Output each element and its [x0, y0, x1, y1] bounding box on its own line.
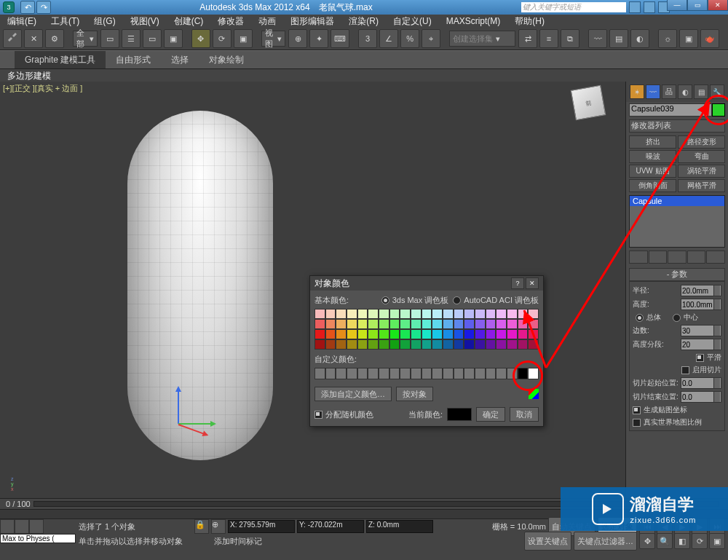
palette-cell[interactable]: [432, 309, 443, 319]
palette-cell[interactable]: [347, 339, 357, 350]
stack-unique-icon[interactable]: [668, 251, 687, 264]
palette-cell[interactable]: [464, 309, 475, 319]
coord-y-input[interactable]: Y: -270.022m: [297, 520, 364, 533]
palette-cell[interactable]: [443, 309, 454, 319]
palette-cell[interactable]: [357, 319, 368, 329]
palette-aci-radio[interactable]: AutoCAD ACI 调色板: [453, 295, 539, 306]
minimize-button[interactable]: —: [667, 0, 687, 11]
viewcube[interactable]: 前: [571, 85, 606, 121]
palette-cell[interactable]: [528, 329, 539, 339]
add-custom-color-button[interactable]: 添加自定义颜色…: [314, 387, 392, 401]
maxscript-listener[interactable]: Max to Physes (: [0, 534, 76, 543]
smooth-checkbox[interactable]: 平滑: [633, 352, 721, 363]
palette-cell[interactable]: [379, 319, 389, 329]
palette-cell[interactable]: [518, 339, 529, 350]
named-selection-set[interactable]: 创建选择集▾: [449, 31, 515, 47]
palette-cell[interactable]: [443, 329, 454, 339]
palette-cell[interactable]: [389, 329, 400, 339]
palette-cell[interactable]: [389, 339, 400, 350]
palette-cell[interactable]: [325, 309, 336, 319]
palette-3dsmax-radio[interactable]: 3ds Max 调色板: [381, 295, 449, 306]
palette-cell[interactable]: [486, 339, 496, 350]
manip-icon[interactable]: ✦: [309, 29, 328, 48]
stack-showend-icon[interactable]: [649, 251, 668, 264]
height-spinner[interactable]: 100.0mm: [681, 299, 721, 310]
palette-cell[interactable]: [368, 319, 379, 329]
palette-cell[interactable]: [454, 339, 464, 350]
palette-cell[interactable]: [507, 309, 518, 319]
palette-cell[interactable]: [443, 339, 454, 350]
utilities-panel-icon[interactable]: 🔧: [710, 84, 724, 99]
modifier-list-dropdown[interactable]: 修改器列表: [629, 119, 725, 133]
palette-cell[interactable]: [336, 329, 347, 339]
palette-cell[interactable]: [528, 309, 539, 319]
scale-icon[interactable]: ▣: [234, 29, 253, 48]
stack-pin-icon[interactable]: [629, 251, 648, 264]
palette-cell[interactable]: [422, 319, 432, 329]
viewport-max-icon[interactable]: ▣: [709, 533, 725, 549]
mod-bend[interactable]: 弯曲: [678, 150, 725, 163]
schematic-icon[interactable]: ▤: [609, 29, 628, 48]
render-icon[interactable]: 🫖: [700, 29, 719, 48]
modifier-stack-item[interactable]: Capsule: [630, 196, 724, 206]
mod-turbosmooth[interactable]: 涡轮平滑: [678, 165, 725, 178]
angle-snap-icon[interactable]: ∠: [379, 29, 398, 48]
radius-spinner[interactable]: 20.0mm: [681, 285, 721, 296]
close-button[interactable]: ✕: [708, 0, 728, 11]
palette-cell[interactable]: [389, 319, 400, 329]
ref-coord-system[interactable]: 视图▾: [261, 31, 286, 47]
palette-cell[interactable]: [464, 319, 475, 329]
palette-cell[interactable]: [325, 339, 336, 350]
viewport-zoom-icon[interactable]: 🔍: [657, 533, 673, 549]
menu-grapheditors[interactable]: 图形编辑器: [283, 15, 341, 28]
coord-x-input[interactable]: X: 2795.579m: [228, 520, 295, 533]
palette-cell[interactable]: [411, 329, 422, 339]
palette-cell[interactable]: [314, 309, 325, 319]
centers-radio[interactable]: 中心: [673, 312, 698, 323]
palette-cell[interactable]: [357, 309, 368, 319]
palette-cell[interactable]: [379, 339, 389, 350]
palette-cell[interactable]: [422, 329, 432, 339]
mod-uvwmap[interactable]: UVW 贴图: [629, 165, 676, 178]
palette-cell[interactable]: [443, 319, 454, 329]
dialog-help-button[interactable]: ?: [511, 277, 524, 289]
palette-cell[interactable]: [368, 309, 379, 319]
palette-cell[interactable]: [454, 329, 464, 339]
keymode-icon[interactable]: ⌨: [331, 29, 349, 48]
capsule-object[interactable]: [127, 111, 273, 460]
palette-cell[interactable]: [379, 329, 389, 339]
color-palette[interactable]: [314, 309, 539, 350]
mod-noise[interactable]: 噪波: [629, 150, 676, 163]
palette-cell[interactable]: [507, 319, 518, 329]
pivot-icon[interactable]: ⊕: [288, 29, 307, 48]
palette-cell[interactable]: [347, 329, 357, 339]
unlink-icon[interactable]: ✕: [24, 29, 43, 48]
bind-icon[interactable]: ⚙: [45, 29, 64, 48]
object-name-input[interactable]: Capsule039: [629, 103, 712, 117]
maximize-button[interactable]: ▭: [687, 0, 708, 11]
palette-cell[interactable]: [389, 309, 400, 319]
viewport-fov-icon[interactable]: ◧: [674, 533, 690, 549]
align-icon[interactable]: ≡: [539, 29, 558, 48]
mod-extrude[interactable]: 挤出: [629, 135, 676, 149]
coord-z-input[interactable]: Z: 0.0mm: [366, 520, 433, 533]
palette-cell[interactable]: [422, 309, 432, 319]
create-panel-icon[interactable]: ✶: [630, 84, 644, 99]
palette-cell[interactable]: [464, 339, 475, 350]
transform-typein-icon[interactable]: ⊕: [211, 519, 226, 534]
menu-edit[interactable]: 编辑(E): [0, 15, 44, 28]
dialog-close-button[interactable]: ✕: [526, 277, 539, 289]
render-setup-icon[interactable]: ☼: [658, 29, 677, 48]
gen-uv-checkbox[interactable]: 生成贴图坐标: [633, 405, 721, 415]
slice-on-checkbox[interactable]: 启用切片: [633, 365, 721, 375]
ribbon-tab-freeform[interactable]: 自由形式: [106, 51, 161, 68]
palette-cell[interactable]: [454, 309, 464, 319]
mod-pathdeform[interactable]: 路径变形: [678, 135, 725, 149]
palette-cell[interactable]: [518, 319, 529, 329]
menu-modifiers[interactable]: 修改器: [210, 15, 251, 28]
qat-redo[interactable]: ↷: [36, 1, 51, 14]
active-color-toggle-icon[interactable]: [529, 389, 539, 399]
curve-editor-icon[interactable]: 〰: [588, 29, 607, 48]
palette-cell[interactable]: [486, 329, 496, 339]
by-object-button[interactable]: 按对象: [396, 387, 433, 401]
